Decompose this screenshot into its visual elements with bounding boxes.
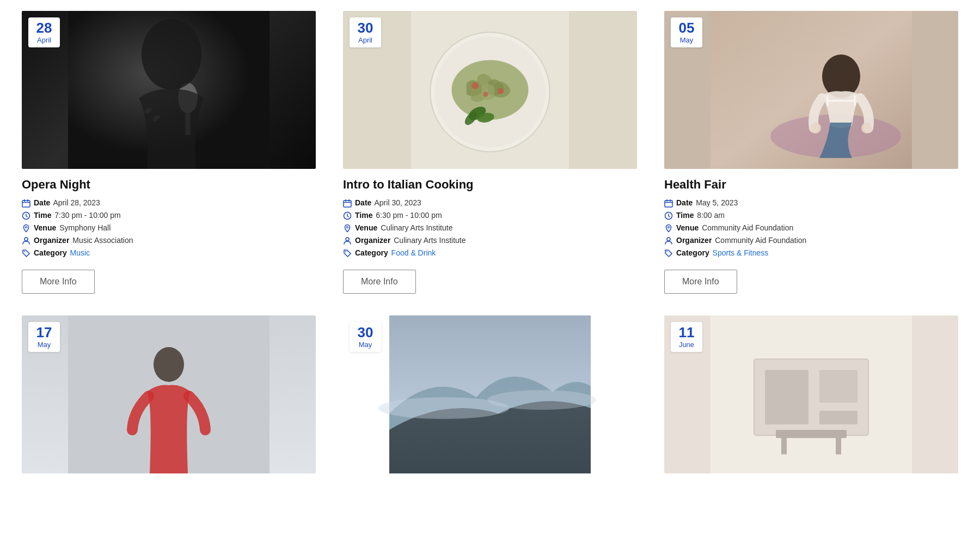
time-label: Time bbox=[676, 211, 694, 220]
meta-venue: Venue Community Aid Foundation bbox=[664, 223, 958, 233]
tag-icon bbox=[664, 249, 673, 258]
svg-point-27 bbox=[810, 123, 821, 133]
date-label: Date bbox=[355, 198, 371, 207]
date-badge: 05 May bbox=[671, 17, 702, 47]
event-image-wrapper: 17 May bbox=[22, 315, 316, 473]
meta-time: Time 8:00 am bbox=[664, 211, 958, 220]
organizer-value: Music Association bbox=[72, 236, 133, 245]
more-info-button[interactable]: More Info bbox=[22, 270, 95, 294]
date-label: Date bbox=[676, 198, 693, 207]
date-badge-month: June bbox=[676, 341, 697, 349]
svg-rect-44 bbox=[776, 430, 847, 438]
clock-icon bbox=[343, 211, 352, 220]
event-card-row2-event1: 17 May bbox=[22, 315, 316, 482]
date-badge: 17 May bbox=[28, 322, 60, 352]
svg-rect-41 bbox=[765, 370, 808, 424]
date-badge-day: 28 bbox=[34, 21, 54, 35]
svg-point-21 bbox=[347, 227, 348, 228]
category-value[interactable]: Music bbox=[70, 248, 90, 257]
pin-icon bbox=[664, 224, 673, 233]
event-title: Opera Night bbox=[22, 178, 316, 192]
svg-point-31 bbox=[668, 227, 670, 228]
date-value: May 5, 2023 bbox=[696, 198, 738, 207]
date-badge-month: May bbox=[676, 36, 697, 44]
svg-point-35 bbox=[154, 347, 184, 382]
category-value[interactable]: Food & Drink bbox=[391, 248, 436, 257]
venue-label: Venue bbox=[355, 223, 377, 232]
svg-point-8 bbox=[24, 251, 25, 252]
svg-rect-29 bbox=[665, 200, 672, 207]
meta-category: Category Food & Drink bbox=[343, 248, 637, 258]
date-badge: 11 June bbox=[671, 322, 702, 352]
time-label: Time bbox=[355, 211, 372, 220]
date-badge-month: April bbox=[34, 36, 54, 44]
meta-time: Time 6:30 pm - 10:00 pm bbox=[343, 211, 637, 220]
pin-icon bbox=[343, 224, 352, 233]
organizer-label: Organizer bbox=[676, 236, 712, 245]
clock-icon bbox=[22, 211, 30, 220]
calendar-icon bbox=[22, 199, 30, 208]
svg-point-14 bbox=[498, 88, 504, 94]
more-info-button[interactable]: More Info bbox=[664, 270, 737, 294]
svg-point-33 bbox=[666, 251, 667, 252]
svg-rect-42 bbox=[819, 370, 857, 403]
person-icon bbox=[343, 236, 352, 245]
meta-organizer: Organizer Music Association bbox=[22, 236, 316, 245]
person-icon bbox=[664, 236, 673, 245]
meta-category: Category Sports & Fitness bbox=[664, 248, 958, 258]
svg-rect-45 bbox=[781, 438, 787, 454]
event-image-wrapper: 11 June bbox=[664, 315, 958, 473]
person-icon bbox=[22, 236, 30, 245]
category-value[interactable]: Sports & Fitness bbox=[713, 248, 769, 257]
date-value: April 30, 2023 bbox=[374, 198, 421, 207]
event-card-italian-cooking: 30 April Intro to Italian Cooking Date A… bbox=[343, 11, 637, 294]
category-label: Category bbox=[34, 248, 67, 257]
time-value: 8:00 am bbox=[697, 211, 725, 220]
date-value: April 28, 2023 bbox=[53, 198, 100, 207]
more-info-button[interactable]: More Info bbox=[343, 270, 416, 294]
event-meta: Date May 5, 2023 Time 8:00 am Venue Comm… bbox=[664, 198, 958, 261]
date-badge: 30 May bbox=[350, 322, 381, 352]
tag-icon bbox=[22, 249, 30, 258]
event-card-opera-night: 28 April Opera Night Date April 28, 2023… bbox=[22, 11, 316, 294]
svg-point-38 bbox=[487, 390, 596, 410]
meta-organizer: Organizer Culinary Arts Institute bbox=[343, 236, 637, 245]
svg-point-15 bbox=[483, 92, 488, 96]
svg-point-3 bbox=[142, 19, 201, 90]
meta-venue: Venue Symphony Hall bbox=[22, 223, 316, 233]
organizer-label: Organizer bbox=[355, 236, 390, 245]
date-badge-month: May bbox=[34, 341, 54, 349]
svg-rect-19 bbox=[344, 200, 351, 207]
pin-icon bbox=[22, 224, 30, 233]
date-label: Date bbox=[34, 198, 50, 207]
svg-point-7 bbox=[24, 238, 28, 241]
clock-icon bbox=[664, 211, 673, 220]
svg-point-23 bbox=[345, 251, 346, 252]
svg-rect-4 bbox=[22, 200, 30, 207]
date-badge-month: April bbox=[355, 36, 376, 44]
event-card-row2-event2: 30 May bbox=[343, 315, 637, 482]
date-badge-day: 17 bbox=[34, 325, 54, 339]
svg-rect-43 bbox=[819, 411, 857, 424]
category-label: Category bbox=[355, 248, 388, 257]
event-title: Health Fair bbox=[664, 178, 958, 192]
events-grid: 28 April Opera Night Date April 28, 2023… bbox=[22, 11, 958, 482]
date-badge-day: 05 bbox=[676, 21, 697, 35]
tag-icon bbox=[343, 249, 352, 258]
svg-rect-46 bbox=[836, 438, 841, 454]
event-title: Intro to Italian Cooking bbox=[343, 178, 637, 192]
meta-date: Date May 5, 2023 bbox=[664, 198, 958, 208]
event-image-wrapper: 05 May bbox=[664, 11, 958, 169]
calendar-icon bbox=[343, 199, 352, 208]
date-badge-day: 30 bbox=[355, 21, 376, 35]
meta-category: Category Music bbox=[22, 248, 316, 258]
venue-label: Venue bbox=[676, 223, 699, 232]
category-label: Category bbox=[676, 248, 709, 257]
organizer-value: Culinary Arts Institute bbox=[394, 236, 465, 245]
event-image-wrapper: 28 April bbox=[22, 11, 316, 169]
venue-value: Symphony Hall bbox=[59, 223, 111, 232]
meta-time: Time 7:30 pm - 10:00 pm bbox=[22, 211, 316, 220]
svg-point-32 bbox=[667, 238, 670, 241]
meta-organizer: Organizer Community Aid Foundation bbox=[664, 236, 958, 245]
time-value: 6:30 pm - 10:00 pm bbox=[376, 211, 442, 220]
